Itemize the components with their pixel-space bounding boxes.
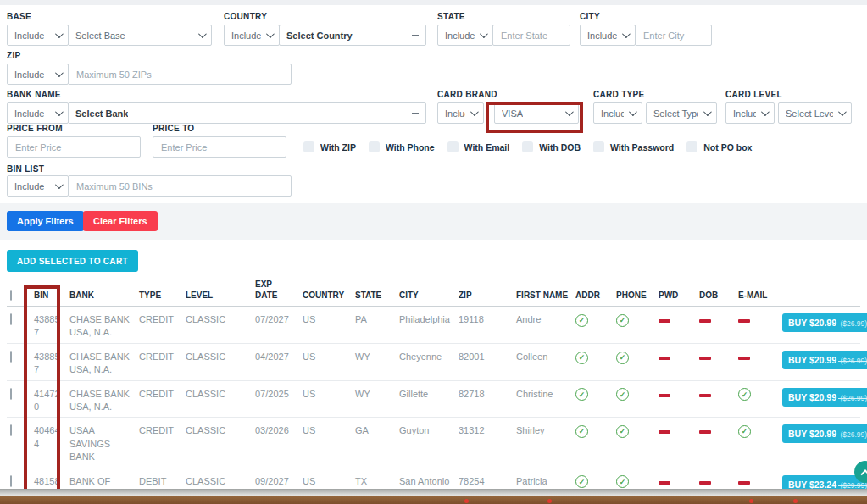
country-select[interactable]: Select Country	[279, 25, 426, 46]
chevron-down-icon	[55, 180, 64, 189]
base-include-select[interactable]: Include	[7, 25, 69, 46]
check-circle-icon: ✓	[575, 475, 588, 488]
checkbox-icon	[303, 141, 314, 152]
checkbox-icon	[686, 141, 697, 152]
marketplace-page: BASE Include Select Base COUNTRY Include…	[0, 0, 867, 504]
state-input[interactable]	[501, 30, 562, 41]
card-level-include-select[interactable]: Include	[725, 102, 775, 124]
with-zip-checkbox[interactable]: With ZIP	[303, 141, 356, 152]
dash-icon	[699, 430, 711, 434]
with-password-checkbox[interactable]: With Password	[593, 141, 674, 152]
zip-input[interactable]	[76, 69, 283, 80]
bank-select[interactable]: Select Bank	[68, 102, 426, 124]
zip-include-select[interactable]: Include	[7, 64, 69, 85]
col-buy	[779, 278, 860, 307]
flag-checkbox-group: With ZIP With Phone With Email With DOB …	[303, 141, 764, 152]
row-email	[735, 343, 779, 380]
row-bank: USAA SAVINGS BANK	[66, 418, 136, 468]
dropdown-caret-icon	[412, 35, 419, 36]
chevron-down-icon	[55, 69, 64, 77]
with-phone-checkbox[interactable]: With Phone	[369, 141, 435, 152]
chevron-down-icon	[480, 30, 488, 38]
price-from-input[interactable]	[15, 142, 132, 152]
chevron-down-icon	[198, 30, 207, 38]
row-phone: ✓	[613, 307, 655, 344]
row-checkbox[interactable]	[10, 388, 12, 400]
city-include-select[interactable]: Include	[580, 25, 636, 46]
buy-price: BUY $20.99	[788, 392, 836, 402]
row-type: CREDIT	[136, 418, 182, 468]
col-bank: BANK	[66, 278, 136, 307]
with-email-checkbox[interactable]: With Email	[447, 141, 510, 152]
col-phone: PHONE	[613, 278, 655, 307]
check-circle-icon: ✓	[616, 475, 629, 488]
country-include-select[interactable]: Include	[224, 25, 280, 46]
col-zip: ZIP	[455, 278, 513, 307]
row-buy-cell: BUY $20.99 ($26.99)	[779, 307, 860, 344]
row-checkbox[interactable]	[10, 313, 12, 325]
row-level: CLASSIC	[182, 343, 252, 380]
add-selected-to-cart-button[interactable]: ADD SELECTED TO CART	[7, 250, 138, 272]
buy-price: BUY $23.24	[788, 479, 836, 490]
dash-icon	[699, 394, 711, 397]
card-brand-include-select[interactable]: Include	[437, 102, 484, 124]
table-row: 438857 CHASE BANK USA, N.A. CREDIT CLASS…	[7, 307, 860, 344]
wallpaper-dot	[749, 499, 753, 503]
bin-list-label: BIN LIST	[7, 164, 44, 174]
chevron-down-icon	[266, 30, 275, 38]
chevron-down-icon	[55, 108, 64, 116]
card-brand-annotation-box	[486, 102, 583, 133]
city-input[interactable]	[643, 30, 703, 41]
dash-icon	[659, 319, 670, 323]
with-dob-checkbox[interactable]: With DOB	[522, 141, 581, 152]
buy-button[interactable]: BUY $20.99 ($26.99)	[782, 313, 867, 332]
row-email: ✓	[735, 418, 779, 468]
bank-include-select[interactable]: Include	[7, 102, 69, 124]
city-input-wrap	[635, 25, 712, 46]
clear-filters-button[interactable]: Clear Filters	[83, 211, 158, 231]
bin-include-select[interactable]: Include	[7, 175, 69, 197]
check-circle-icon: ✓	[575, 314, 588, 327]
buy-button[interactable]: BUY $20.99 ($26.99)	[782, 388, 867, 407]
card-type-select[interactable]: Select Type	[646, 102, 717, 124]
wallpaper-dot	[547, 499, 552, 503]
state-input-wrap	[492, 25, 570, 46]
row-checkbox[interactable]	[10, 351, 12, 363]
row-exp: 07/2025	[252, 380, 299, 418]
base-select[interactable]: Select Base	[68, 25, 212, 46]
card-level-select[interactable]: Select Level	[778, 102, 852, 124]
row-country: US	[299, 343, 352, 380]
buy-price: BUY $20.99	[788, 318, 836, 328]
price-to-input[interactable]	[161, 142, 278, 152]
checkbox-icon	[522, 141, 533, 152]
card-type-include-select[interactable]: Include	[593, 102, 642, 124]
apply-filters-button[interactable]: Apply Filters	[7, 211, 84, 231]
card-brand-label: CARD BRAND	[437, 90, 497, 99]
select-all-checkbox[interactable]	[10, 290, 12, 301]
dropdown-caret-icon	[412, 113, 419, 114]
buy-button[interactable]: BUY $20.99 ($26.99)	[782, 424, 867, 443]
row-checkbox[interactable]	[10, 475, 12, 487]
bottom-gray-band	[0, 489, 867, 496]
row-dob	[696, 307, 735, 344]
table-row: 414720 CHASE BANK USA, N.A. CREDIT CLASS…	[7, 380, 860, 418]
buy-button[interactable]: BUY $20.99 ($26.99)	[782, 351, 867, 369]
check-circle-icon: ✓	[575, 425, 588, 438]
table-header-row: BIN BANK TYPE LEVEL EXP DATE COUNTRY STA…	[7, 278, 860, 307]
bin-list-input[interactable]	[76, 181, 283, 191]
not-po-box-checkbox[interactable]: Not PO box	[686, 141, 752, 152]
row-checkbox[interactable]	[10, 424, 12, 436]
row-state: GA	[352, 418, 396, 468]
row-state: WY	[352, 343, 396, 380]
zip-input-wrap	[68, 64, 292, 85]
card-level-label: CARD LEVEL	[725, 90, 782, 99]
col-first-name: FIRST NAME	[513, 278, 572, 307]
row-state: WY	[352, 380, 396, 418]
row-type: CREDIT	[136, 343, 182, 380]
check-circle-icon: ✓	[575, 388, 588, 401]
col-pwd: PWD	[655, 278, 696, 307]
state-include-select[interactable]: Include	[437, 25, 493, 46]
buy-old-price: ($26.99)	[838, 357, 867, 365]
chevron-down-icon	[838, 108, 847, 116]
row-buy-cell: BUY $20.99 ($26.99)	[779, 380, 860, 418]
